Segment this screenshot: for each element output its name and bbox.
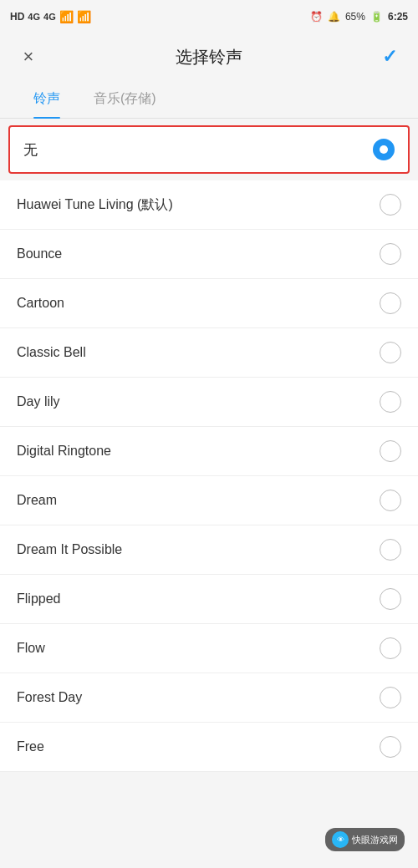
list-item[interactable]: Flipped xyxy=(0,575,418,624)
radio-button[interactable] xyxy=(380,391,401,413)
list-item[interactable]: Free xyxy=(0,723,418,772)
list-item[interactable]: Day lily xyxy=(0,378,418,427)
close-button[interactable]: × xyxy=(13,42,43,72)
notification-icon: 🔔 xyxy=(328,11,340,23)
signal-icon: 📶 xyxy=(77,10,91,23)
list-item[interactable]: Bounce xyxy=(0,230,418,279)
signal-4g-1: 4G xyxy=(28,12,40,22)
status-left: HD 4G 4G 📶 📶 xyxy=(10,10,91,23)
status-bar: HD 4G 4G 📶 📶 ⏰ 🔔 65% 🔋 6:25 xyxy=(0,0,418,33)
signal-4g-2: 4G xyxy=(43,12,56,22)
tabs-bar: 铃声 音乐(存储) xyxy=(0,80,418,119)
watermark: 👁 快眼游戏网 xyxy=(325,828,405,851)
status-right: ⏰ 🔔 65% 🔋 6:25 xyxy=(310,11,408,23)
confirm-button[interactable]: ✓ xyxy=(375,42,405,72)
none-option-label: 无 xyxy=(23,140,38,160)
radio-button[interactable] xyxy=(380,588,401,610)
clock: 6:25 xyxy=(388,11,408,23)
radio-button[interactable] xyxy=(380,194,401,216)
list-item[interactable]: Cartoon xyxy=(0,279,418,328)
radio-button[interactable] xyxy=(380,243,401,265)
radio-button[interactable] xyxy=(380,736,401,758)
battery-level: 65% xyxy=(345,11,365,23)
wifi-icon: 📶 xyxy=(59,10,74,23)
watermark-text: 快眼游戏网 xyxy=(352,834,398,846)
ringtone-list: Huawei Tune Living (默认) Bounce Cartoon C… xyxy=(0,180,418,772)
header: × 选择铃声 ✓ xyxy=(0,33,418,80)
radio-button[interactable] xyxy=(380,490,401,511)
radio-button[interactable] xyxy=(380,440,401,462)
radio-button[interactable] xyxy=(380,687,401,708)
list-item[interactable]: Huawei Tune Living (默认) xyxy=(0,180,418,230)
list-item[interactable]: Dream xyxy=(0,476,418,525)
radio-button[interactable] xyxy=(380,342,401,363)
list-item[interactable]: Digital Ringtone xyxy=(0,427,418,476)
list-item[interactable]: Flow xyxy=(0,624,418,673)
radio-button[interactable] xyxy=(380,637,401,659)
network-type: HD xyxy=(10,11,24,23)
page-title: 选择铃声 xyxy=(176,46,242,69)
list-item[interactable]: Forest Day xyxy=(0,673,418,723)
tab-music-storage[interactable]: 音乐(存储) xyxy=(94,80,156,118)
battery-icon: 🔋 xyxy=(370,11,383,23)
alarm-icon: ⏰ xyxy=(310,11,323,23)
tab-ringtone[interactable]: 铃声 xyxy=(33,80,60,118)
list-item[interactable]: Classic Bell xyxy=(0,328,418,378)
none-option-radio[interactable] xyxy=(373,139,395,160)
watermark-icon: 👁 xyxy=(332,831,349,848)
list-item[interactable]: Dream It Possible xyxy=(0,525,418,575)
none-option[interactable]: 无 xyxy=(8,125,410,174)
radio-button[interactable] xyxy=(380,539,401,561)
radio-button[interactable] xyxy=(380,292,401,314)
